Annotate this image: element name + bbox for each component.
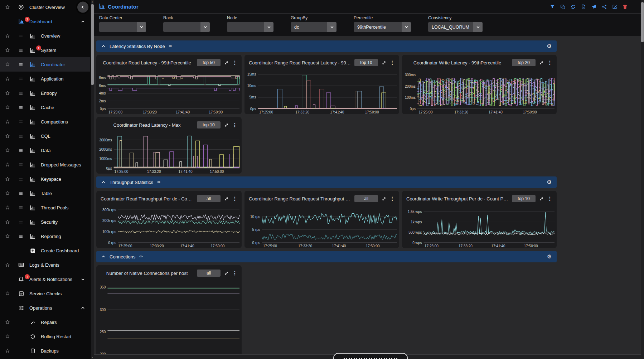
drag-grip-icon[interactable] — [15, 62, 26, 67]
chevron-down-icon[interactable] — [200, 22, 210, 32]
sidebar-scrollbar[interactable]: ▲ ▼ — [90, 0, 94, 359]
sidebar-item-compactions[interactable]: Compactions — [0, 115, 90, 129]
sidebar-item-rolling-restart[interactable]: Rolling Restart — [0, 329, 90, 344]
star-icon[interactable] — [0, 76, 15, 81]
chevron-down-icon[interactable] — [264, 22, 273, 32]
section-settings-gear-icon[interactable]: ⚙ — [547, 43, 552, 49]
sidebar-item-overview[interactable]: Overview — [0, 29, 90, 43]
star-icon[interactable] — [0, 320, 15, 325]
delete-icon[interactable] — [623, 4, 628, 9]
sidebar-item-dropped-messages[interactable]: Dropped Messages — [0, 157, 90, 172]
star-icon[interactable] — [0, 119, 15, 124]
star-icon[interactable] — [0, 33, 15, 38]
scroll-down-icon[interactable]: ▼ — [91, 356, 94, 359]
send-icon[interactable] — [591, 4, 596, 9]
sidebar-item-service-checks[interactable]: Service Checks — [0, 286, 90, 301]
sidebar-item-cql[interactable]: CQL — [0, 129, 90, 143]
drag-grip-icon[interactable] — [15, 105, 26, 110]
drag-grip-icon[interactable] — [15, 162, 26, 167]
edit-section-icon[interactable]: ✏ — [139, 254, 143, 259]
sidebar-item-system[interactable]: 1System — [0, 43, 90, 57]
section-header-throughput-statistics[interactable]: Throughput Statistics✏⚙ — [96, 176, 557, 188]
chevron-down-icon[interactable] — [402, 22, 411, 32]
drag-grip-icon[interactable] — [15, 91, 26, 96]
more-menu-icon[interactable]: ⋮ — [390, 60, 395, 65]
consistency-select[interactable]: LOCAL_QUORUM — [428, 22, 483, 32]
star-icon[interactable] — [0, 191, 15, 196]
sidebar-item-keyspace[interactable]: Keyspace — [0, 172, 90, 186]
sidebar-item-cluster-overview[interactable]: Cluster Overview — [0, 0, 90, 14]
more-menu-icon[interactable]: ⋮ — [232, 60, 237, 65]
star-icon[interactable] — [0, 48, 15, 53]
more-menu-icon[interactable]: ⋮ — [232, 271, 237, 276]
chevron-down-icon[interactable] — [327, 22, 336, 32]
star-icon[interactable] — [0, 291, 15, 296]
scroll-up-icon[interactable]: ▲ — [91, 0, 94, 3]
chevron-down-icon[interactable] — [473, 22, 483, 32]
sidebar-item-entropy[interactable]: Entropy — [0, 86, 90, 100]
star-icon[interactable] — [0, 219, 15, 224]
sidebar-item-alerts-notifications[interactable]: !Alerts & Notifications — [0, 272, 90, 286]
sidebar-item-application[interactable]: Application — [0, 72, 90, 86]
filter-icon[interactable] — [550, 4, 555, 9]
star-icon[interactable] — [0, 176, 15, 181]
rack-select[interactable] — [163, 22, 210, 32]
star-icon[interactable] — [0, 148, 15, 153]
drag-grip-icon[interactable] — [15, 34, 26, 38]
star-icon[interactable] — [0, 134, 15, 139]
more-menu-icon[interactable]: ⋮ — [547, 60, 552, 65]
sidebar-item-table[interactable]: Table — [0, 186, 90, 200]
section-settings-gear-icon[interactable]: ⚙ — [547, 253, 552, 260]
sidebar-item-data[interactable]: Data — [0, 143, 90, 157]
collapse-section-icon[interactable] — [101, 180, 106, 184]
drag-grip-icon[interactable] — [15, 134, 26, 139]
chevron-down-icon[interactable] — [137, 22, 146, 32]
pdf-export-icon[interactable] — [581, 4, 586, 9]
star-icon[interactable] — [0, 234, 15, 239]
collapse-section-icon[interactable] — [101, 44, 106, 48]
sidebar-item-backups[interactable]: Backups — [0, 344, 90, 358]
section-header-latency-statistics-by-node[interactable]: Latency Statistics By Node✏⚙ — [96, 40, 557, 52]
drag-grip-icon[interactable] — [15, 77, 26, 81]
more-menu-icon[interactable]: ⋮ — [232, 122, 237, 127]
refresh-icon[interactable] — [571, 4, 576, 9]
expand-icon[interactable] — [539, 197, 544, 201]
drag-grip-icon[interactable] — [15, 234, 26, 239]
edit-section-icon[interactable]: ✏ — [169, 44, 173, 49]
more-menu-icon[interactable]: ⋮ — [390, 196, 395, 201]
star-icon[interactable] — [0, 62, 15, 67]
node-select[interactable] — [227, 22, 273, 32]
sidebar-item-security[interactable]: Security — [0, 215, 90, 229]
expand-icon[interactable] — [224, 123, 229, 127]
copy-icon[interactable] — [560, 4, 565, 9]
star-icon[interactable] — [0, 262, 15, 267]
drawer-handle[interactable] — [333, 353, 408, 359]
sidebar-item-logs-events[interactable]: Logs & Events — [0, 258, 90, 272]
star-icon[interactable] — [0, 5, 15, 10]
drag-grip-icon[interactable] — [15, 205, 26, 210]
drag-grip-icon[interactable] — [15, 220, 26, 224]
section-settings-gear-icon[interactable]: ⚙ — [547, 179, 552, 185]
chevron-down-icon[interactable] — [81, 277, 85, 282]
groupby-select[interactable]: dc — [291, 22, 336, 32]
drag-grip-icon[interactable] — [15, 191, 26, 196]
expand-icon[interactable] — [224, 197, 229, 201]
expand-icon[interactable] — [224, 60, 229, 65]
sidebar-item-dashboard[interactable]: 1Dashboard — [0, 14, 90, 29]
data-center-select[interactable] — [99, 22, 146, 32]
collapse-section-icon[interactable] — [101, 254, 106, 259]
main-scrollbar-thumb[interactable] — [641, 2, 644, 42]
star-icon[interactable] — [0, 334, 15, 339]
sidebar-item-repairs[interactable]: Repairs — [0, 315, 90, 329]
drag-grip-icon[interactable] — [15, 148, 26, 153]
drag-grip-icon[interactable] — [15, 48, 26, 53]
share-icon[interactable] — [602, 4, 607, 9]
expand-icon[interactable] — [382, 197, 386, 201]
drag-grip-icon[interactable] — [15, 177, 26, 181]
sidebar-scrollbar-thumb[interactable] — [91, 4, 94, 85]
chevron-up-icon[interactable] — [81, 306, 85, 310]
edit-icon[interactable] — [612, 4, 617, 9]
main-scrollbar[interactable] — [641, 0, 644, 359]
expand-icon[interactable] — [539, 60, 544, 65]
expand-icon[interactable] — [382, 60, 386, 65]
